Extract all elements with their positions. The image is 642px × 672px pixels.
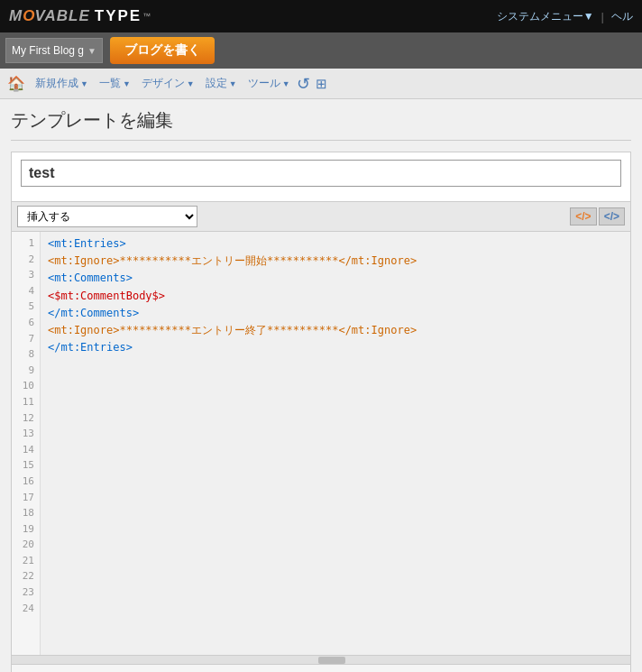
logo-text: M: [9, 7, 23, 25]
nav-create[interactable]: 新規作成 ▼: [31, 73, 93, 94]
scrollbar-thumb[interactable]: [318, 657, 345, 664]
code-line-23: [48, 616, 623, 633]
line-num-13: 13: [17, 426, 34, 442]
code-line-16: [48, 495, 623, 512]
blog-selector-arrow: ▼: [87, 46, 96, 56]
blog-name: My First Blog g: [12, 44, 84, 57]
code-line-18: [48, 529, 623, 547]
line-num-15: 15: [17, 457, 34, 474]
insert-select[interactable]: 挿入する: [17, 206, 197, 227]
nav-list-label: 一覧: [99, 76, 121, 91]
home-icon[interactable]: 🏠: [7, 75, 25, 92]
code-btn-2[interactable]: </>: [599, 207, 625, 226]
code-line-9: [48, 374, 623, 391]
template-name-section: [11, 152, 631, 201]
nav-tools[interactable]: ツール ▼: [243, 73, 295, 94]
logo-tm: ™: [142, 12, 151, 21]
grid-icon[interactable]: ⊞: [316, 76, 327, 92]
page-content: テンプレートを編集 挿入する </> </> 1 2 3 4 5 6 7 8 9…: [0, 99, 642, 672]
refresh-icon[interactable]: ↺: [297, 74, 310, 94]
nav-settings[interactable]: 設定 ▼: [201, 73, 242, 94]
code-line-21: [48, 582, 623, 599]
code-line-2: <mt:Ignore>***********エントリー開始***********…: [48, 253, 623, 270]
logo-o: O: [23, 7, 34, 25]
line-num-18: 18: [17, 505, 34, 521]
line-num-21: 21: [17, 553, 34, 569]
line-num-4: 4: [17, 283, 34, 299]
code-line-11: [48, 409, 623, 426]
code-line-8: [48, 356, 623, 373]
line-num-5: 5: [17, 299, 34, 315]
code-line-10: [48, 391, 623, 409]
code-line-22: [48, 599, 623, 616]
line-num-20: 20: [17, 537, 34, 553]
blog-selector[interactable]: My First Blog g ▼: [5, 38, 103, 63]
line-num-19: 19: [17, 521, 34, 538]
code-line-5: </mt:Comments>: [48, 305, 623, 322]
logo-type: TYPE: [95, 7, 142, 25]
code-line-19: [48, 547, 623, 564]
code-line-24: [48, 633, 623, 650]
template-name-input[interactable]: [21, 160, 621, 187]
line-num-16: 16: [17, 474, 34, 490]
nav-list-arrow: ▼: [123, 79, 131, 88]
nav-settings-arrow: ▼: [229, 79, 237, 88]
code-line-4: <$mt:CommentBody$>: [48, 288, 623, 305]
footer-section: ▶ テンプレートの設定 出力ファイル: test.txt: [11, 665, 631, 673]
line-num-11: 11: [17, 394, 34, 410]
line-num-2: 2: [17, 252, 34, 268]
nav-settings-label: 設定: [206, 76, 227, 91]
nav-list[interactable]: 一覧 ▼: [95, 73, 135, 94]
nav-tools-arrow: ▼: [282, 79, 290, 88]
write-button[interactable]: ブログを書く: [110, 37, 215, 64]
code-line-20: [48, 565, 623, 582]
line-num-1: 1: [17, 235, 34, 252]
line-num-17: 17: [17, 490, 34, 506]
header-sep: |: [601, 10, 604, 23]
line-num-24: 24: [17, 601, 34, 617]
system-menu-link[interactable]: システムメニュー▼: [497, 9, 594, 24]
editor-toolbar: 挿入する </> </>: [11, 201, 631, 232]
line-num-3: 3: [17, 267, 34, 283]
code-line-1: <mt:Entries>: [48, 235, 623, 253]
code-line-3: <mt:Comments>: [48, 270, 623, 287]
line-num-10: 10: [17, 378, 34, 394]
line-numbers: 1 2 3 4 5 6 7 8 9 10 11 12 13 14 15 16 1…: [12, 232, 41, 655]
code-line-7: </mt:Entries>: [48, 339, 623, 356]
code-line-14: [48, 460, 623, 477]
line-num-14: 14: [17, 442, 34, 458]
code-line-15: [48, 478, 623, 495]
code-line-12: [48, 426, 623, 443]
line-num-22: 22: [17, 568, 34, 585]
page-title: テンプレートを編集: [11, 108, 631, 141]
code-content[interactable]: <mt:Entries> <mt:Ignore>***********エントリー…: [41, 232, 630, 655]
blog-bar: My First Blog g ▼ ブログを書く: [0, 32, 642, 69]
line-num-23: 23: [17, 585, 34, 601]
logo-vable: VABLE: [34, 7, 89, 25]
line-num-6: 6: [17, 315, 34, 331]
nav-create-label: 新規作成: [35, 76, 78, 91]
nav-create-arrow: ▼: [80, 79, 88, 88]
header: M O VABLE TYPE ™ システムメニュー▼ | ヘル: [0, 0, 642, 32]
nav-tools-label: ツール: [248, 76, 280, 91]
code-line-17: [48, 512, 623, 529]
line-num-9: 9: [17, 363, 34, 379]
help-link[interactable]: ヘル: [611, 9, 633, 24]
horizontal-scrollbar[interactable]: [11, 656, 631, 665]
logo: M O VABLE TYPE ™: [9, 7, 151, 25]
header-right: システムメニュー▼ | ヘル: [497, 9, 633, 24]
nav-design[interactable]: デザイン ▼: [137, 73, 199, 94]
code-line-6: <mt:Ignore>***********エントリー終了***********…: [48, 322, 623, 339]
code-btn-1[interactable]: </>: [570, 207, 596, 226]
toolbar-buttons: </> </>: [570, 207, 625, 226]
code-editor[interactable]: 1 2 3 4 5 6 7 8 9 10 11 12 13 14 15 16 1…: [11, 232, 631, 656]
line-num-12: 12: [17, 410, 34, 427]
nav-design-arrow: ▼: [187, 79, 195, 88]
line-num-8: 8: [17, 346, 34, 363]
nav-bar: 🏠 新規作成 ▼ 一覧 ▼ デザイン ▼ 設定 ▼ ツール ▼ ↺ ⊞: [0, 69, 642, 99]
nav-design-label: デザイン: [142, 76, 185, 91]
line-num-7: 7: [17, 331, 34, 347]
code-line-13: [48, 443, 623, 460]
